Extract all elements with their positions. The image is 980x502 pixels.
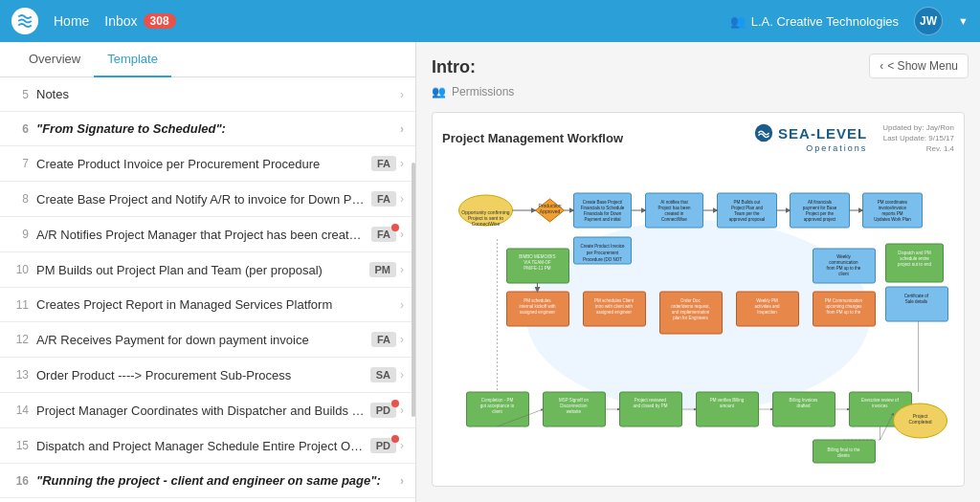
item-number: 12: [11, 333, 29, 346]
list-item[interactable]: 9A/R Notifies Project Manager that Proje…: [0, 217, 415, 252]
svg-text:drafted: drafted: [796, 404, 811, 408]
list-item[interactable]: 10PM Builds out Project Plan and Team (p…: [0, 252, 415, 288]
svg-text:from PM up to the: from PM up to the: [827, 266, 861, 271]
svg-rect-74: [886, 287, 948, 321]
inbox-nav-link[interactable]: Inbox 308: [104, 13, 175, 29]
permissions-row: 👥 Permissions: [432, 85, 965, 98]
item-badge: FA: [371, 227, 396, 242]
chevron-right-icon: ›: [400, 404, 404, 417]
svg-text:Completed: Completed: [908, 419, 931, 425]
svg-text:clients: clients: [837, 453, 851, 458]
svg-text:PM Communication: PM Communication: [825, 298, 863, 303]
org-selector[interactable]: 👥 L.A. Creative Technologies: [730, 14, 899, 29]
diagram-title: Project Management Workflow: [442, 131, 623, 145]
svg-text:Project has been: Project has been: [658, 206, 691, 210]
svg-text:got acceptance to: got acceptance to: [480, 404, 515, 408]
list-item[interactable]: 13Order Product ----> Procurement Sub-Pr…: [0, 358, 415, 393]
svg-rect-32: [791, 193, 850, 228]
list-item[interactable]: 16"Running the project - client and engi…: [0, 464, 415, 498]
show-menu-button[interactable]: ‹ < Show Menu: [869, 54, 969, 78]
item-number: 9: [11, 228, 29, 241]
item-number: 15: [11, 439, 29, 452]
item-text: A/R Notifies Project Manager that Projec…: [36, 228, 366, 242]
svg-text:PM/FE-11 PM: PM/FE-11 PM: [523, 266, 551, 271]
home-nav-link[interactable]: Home: [54, 13, 89, 29]
item-number: 10: [11, 263, 29, 276]
svg-text:Project reviewed: Project reviewed: [635, 398, 667, 403]
svg-rect-26: [718, 193, 777, 228]
svg-text:Create Base Project/: Create Base Project/: [583, 200, 623, 205]
list-item[interactable]: 8Create Base Project and Notify A/R to i…: [0, 182, 415, 217]
badge-dot: [391, 400, 399, 407]
svg-rect-48: [584, 292, 646, 326]
item-badge: SA: [370, 367, 396, 382]
svg-text:BIMBO MEMO/BIS: BIMBO MEMO/BIS: [519, 254, 555, 259]
tab-overview[interactable]: Overview: [15, 42, 94, 77]
svg-text:project out to end: project out to end: [898, 262, 931, 267]
permissions-icon: 👥: [432, 85, 446, 98]
item-number: 16: [11, 474, 29, 488]
list-item[interactable]: 15Dispatch and Project Manager Schedule …: [0, 428, 415, 464]
svg-text:Certificate of: Certificate of: [904, 294, 929, 298]
chevron-right-icon: ›: [400, 263, 404, 276]
item-text: Notes: [36, 87, 396, 101]
chevron-right-icon: ›: [400, 192, 404, 206]
svg-text:client: client: [838, 272, 849, 276]
tab-template[interactable]: Template: [94, 42, 171, 77]
svg-text:Executive review of: Executive review of: [861, 398, 900, 403]
svg-text:invoices: invoices: [872, 404, 888, 408]
inbox-label: Inbox: [104, 13, 137, 29]
permissions-label[interactable]: Permissions: [452, 85, 514, 98]
list-item[interactable]: 11Creates Project Report in Managed Serv…: [0, 288, 415, 322]
item-text: Dispatch and Project Manager Schedule En…: [36, 439, 365, 453]
org-name: L.A. Creative Technologies: [751, 14, 899, 29]
svg-text:and closed by PM: and closed by PM: [634, 404, 668, 408]
item-number: 14: [11, 404, 29, 417]
item-number: 8: [11, 192, 29, 206]
dropdown-arrow-icon[interactable]: ▼: [958, 15, 969, 27]
svg-text:plan for Engineers: plan for Engineers: [673, 316, 708, 320]
list-item[interactable]: 5Notes›: [0, 77, 415, 112]
user-avatar[interactable]: JW: [914, 7, 943, 35]
svg-text:Procedure (DO NOT: Procedure (DO NOT: [583, 257, 622, 262]
list-item[interactable]: 7Create Product Invoice per Procurement …: [0, 146, 415, 182]
app-logo[interactable]: [11, 8, 38, 34]
flowchart-svg: Opportunity confirming Project is sent t…: [442, 163, 954, 469]
right-panel: ‹ < Show Menu Intro: 👥 Permissions Proje…: [416, 42, 980, 502]
svg-text:assigned engineer: assigned engineer: [520, 310, 555, 315]
badge-dot: [391, 224, 399, 231]
item-text: Create Product Invoice per Procurement P…: [36, 157, 366, 171]
svg-rect-44: [507, 292, 569, 326]
list-item[interactable]: 12A/R Receives Payment for down payment …: [0, 322, 415, 358]
item-text: "From Signature to Scheduled":: [36, 121, 396, 136]
svg-text:communication: communication: [829, 260, 858, 265]
list-item[interactable]: 6"From Signature to Scheduled":›: [0, 112, 415, 146]
chevron-right-icon: ›: [400, 157, 404, 170]
svg-text:reports PM: reports PM: [881, 211, 902, 216]
svg-text:All financials: All financials: [808, 200, 833, 205]
item-number: 5: [11, 88, 29, 101]
sea-level-icon: [753, 122, 774, 143]
item-number: 13: [11, 368, 29, 382]
item-list: 5Notes›6"From Signature to Scheduled":›7…: [0, 77, 415, 502]
badge-dot: [391, 435, 399, 443]
org-icon: 👥: [730, 14, 746, 29]
svg-text:AI notifies that: AI notifies that: [660, 200, 688, 205]
flowchart-area: Opportunity confirming Project is sent t…: [442, 163, 954, 469]
item-text: "Running the project - client and engine…: [36, 473, 396, 488]
list-item[interactable]: 14Project Manager Coordinates with Dispa…: [0, 393, 415, 428]
scrollbar[interactable]: [412, 163, 415, 417]
item-number: 11: [11, 298, 29, 312]
svg-text:assigned engineer: assigned engineer: [596, 310, 632, 315]
svg-text:Approved: Approved: [540, 208, 561, 214]
svg-text:PM verifies Billing: PM verifies Billing: [710, 398, 745, 403]
svg-rect-61: [813, 292, 876, 326]
chevron-right-icon: ›: [400, 474, 404, 488]
svg-text:Dispatch and PM: Dispatch and PM: [898, 251, 931, 255]
svg-text:Inspection: Inspection: [757, 310, 777, 315]
svg-text:approved project: approved project: [804, 217, 836, 222]
svg-text:Billing Invoices: Billing Invoices: [790, 398, 819, 403]
svg-text:PM coordinates: PM coordinates: [878, 200, 908, 205]
svg-text:and implementation: and implementation: [672, 310, 710, 315]
item-number: 6: [11, 122, 29, 136]
